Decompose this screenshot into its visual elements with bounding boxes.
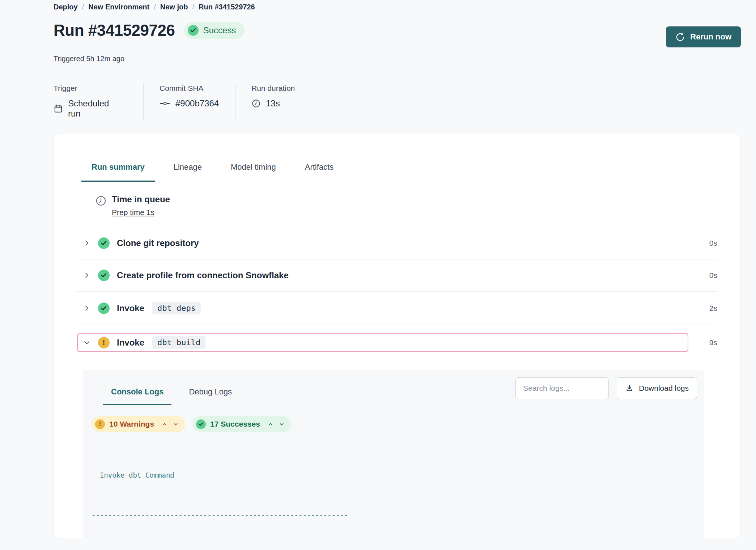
commit-icon xyxy=(160,99,170,108)
chevron-right-icon[interactable] xyxy=(83,304,91,312)
next-warning-chevron-down-icon[interactable] xyxy=(173,421,179,427)
triggered-timestamp: Triggered 5h 12m ago xyxy=(54,55,741,63)
download-icon xyxy=(625,384,634,393)
rerun-icon xyxy=(675,32,685,42)
step-duration: 0s xyxy=(694,271,717,280)
meta-trigger-label: Trigger xyxy=(54,84,123,93)
breadcrumb-current-run: Run #341529726 xyxy=(199,3,255,11)
success-check-icon xyxy=(196,419,206,429)
tab-artifacts[interactable]: Artifacts xyxy=(295,162,344,182)
step-duration: 9s xyxy=(694,338,717,347)
step-title: Create profile from connection Snowflake xyxy=(117,270,289,280)
calendar-icon xyxy=(54,104,63,113)
step-row-create-profile[interactable]: Create profile from connection Snowflake… xyxy=(77,259,717,292)
step-success-icon xyxy=(98,270,110,281)
step-command-chip: dbt build xyxy=(152,336,205,349)
step-warning-icon: ! xyxy=(98,337,110,348)
clock-icon xyxy=(251,99,261,108)
title-row: Run #341529726 Success Rerun now xyxy=(54,21,741,47)
step-title: Clone git repository xyxy=(117,238,199,248)
download-logs-button[interactable]: Download logs xyxy=(617,377,697,399)
meta-duration-value: 13s xyxy=(266,98,280,109)
step-success-icon xyxy=(98,302,110,314)
chevron-right-icon[interactable] xyxy=(83,239,91,247)
run-summary-card: Run summary Lineage Model timing Artifac… xyxy=(54,134,741,538)
clock-icon xyxy=(95,195,107,207)
page-title: Run #341529726 xyxy=(54,21,175,39)
breadcrumb-new-environment[interactable]: New Environment xyxy=(88,3,149,11)
console-tabs: Console Logs Debug Logs xyxy=(92,382,240,405)
step-title: Invoke xyxy=(117,338,144,348)
success-check-icon xyxy=(188,25,199,36)
meta-commit-value: #900b7364 xyxy=(175,98,219,109)
console-actions: Download logs xyxy=(515,377,697,405)
rerun-button-label: Rerun now xyxy=(690,32,731,42)
meta-commit-label: Commit SHA xyxy=(160,84,215,93)
step-title: Invoke xyxy=(117,303,144,313)
status-badge-label: Success xyxy=(203,25,236,35)
meta-commit: Commit SHA #900b7364 xyxy=(143,84,235,119)
console-log-output: Invoke dbt Command ---------------------… xyxy=(92,442,697,538)
step-duration: 2s xyxy=(694,304,717,313)
breadcrumb-separator: / xyxy=(154,3,156,11)
selected-step-outline: ! Invoke dbt build xyxy=(77,333,688,352)
step-success-icon xyxy=(98,237,110,249)
meta-trigger: Trigger Scheduled run xyxy=(54,84,143,119)
download-logs-label: Download logs xyxy=(639,384,689,393)
status-badge: Success xyxy=(184,22,245,39)
log-summary-pills: ! 10 Warnings 17 Successes xyxy=(92,416,697,432)
time-in-queue-row: Time in queue Prep time 1s xyxy=(77,182,717,227)
step-row-dbt-build[interactable]: ! Invoke dbt build 9s xyxy=(77,325,717,354)
breadcrumb: Deploy / New Environment / New job / Run… xyxy=(54,3,741,11)
next-success-chevron-down-icon[interactable] xyxy=(279,421,285,427)
successes-pill-label: 17 Successes xyxy=(210,420,260,428)
breadcrumb-separator: / xyxy=(82,3,84,11)
console-logs-panel: Console Logs Debug Logs Download logs ! xyxy=(83,370,704,538)
meta-duration: Run duration 13s xyxy=(235,84,315,119)
prep-time-link[interactable]: Prep time 1s xyxy=(112,208,154,217)
step-duration: 0s xyxy=(694,239,717,248)
warnings-pill-label: 10 Warnings xyxy=(109,420,154,428)
step-command-chip: dbt deps xyxy=(152,302,201,314)
step-row-dbt-deps[interactable]: Invoke dbt deps 2s xyxy=(77,292,717,325)
tab-run-summary[interactable]: Run summary xyxy=(81,162,155,182)
tab-debug-logs[interactable]: Debug Logs xyxy=(181,382,240,405)
search-logs-input[interactable] xyxy=(515,377,609,399)
breadcrumb-separator: / xyxy=(192,3,194,11)
chevron-right-icon[interactable] xyxy=(83,271,91,279)
warning-icon: ! xyxy=(95,419,105,429)
rerun-now-button[interactable]: Rerun now xyxy=(666,26,741,47)
warnings-pill: ! 10 Warnings xyxy=(92,416,185,432)
time-in-queue-title: Time in queue xyxy=(112,194,170,204)
step-row-clone-git[interactable]: Clone git repository 0s xyxy=(77,227,717,259)
previous-success-chevron-up-icon[interactable] xyxy=(267,421,273,427)
meta-trigger-value: Scheduled run xyxy=(68,98,123,119)
chevron-down-icon[interactable] xyxy=(83,339,91,347)
log-line: Invoke dbt Command xyxy=(92,469,697,482)
tab-console-logs[interactable]: Console Logs xyxy=(103,382,171,405)
breadcrumb-new-job[interactable]: New job xyxy=(160,3,188,11)
previous-warning-chevron-up-icon[interactable] xyxy=(161,421,167,427)
breadcrumb-deploy[interactable]: Deploy xyxy=(54,3,78,11)
meta-duration-label: Run duration xyxy=(251,84,295,93)
successes-pill: 17 Successes xyxy=(192,416,291,432)
tab-lineage[interactable]: Lineage xyxy=(163,162,212,182)
run-detail-page: Deploy / New Environment / New job / Run… xyxy=(0,0,756,538)
log-line: ----------------------------------------… xyxy=(92,508,697,522)
tab-model-timing[interactable]: Model timing xyxy=(221,162,286,182)
run-meta: Trigger Scheduled run Commit SHA #900b73… xyxy=(54,84,741,119)
main-tabs: Run summary Lineage Model timing Artifac… xyxy=(77,162,717,182)
console-header: Console Logs Debug Logs Download logs xyxy=(92,370,697,405)
